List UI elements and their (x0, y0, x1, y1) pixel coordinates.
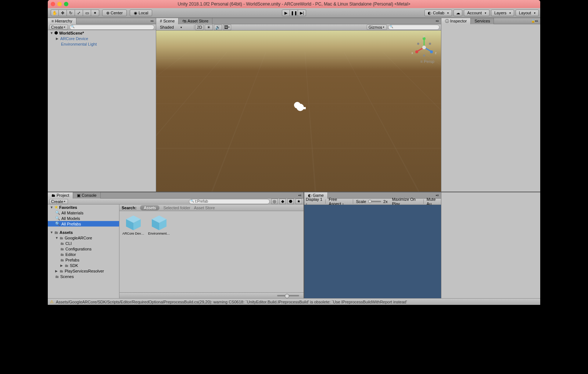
rect-tool-button[interactable]: ▭ (83, 10, 91, 16)
hierarchy-item-environmental-light[interactable]: Environmental Light (48, 41, 156, 47)
project-create-dropdown[interactable]: Create (49, 199, 68, 204)
draw-mode-dropdown[interactable]: Shaded ▾ (158, 25, 193, 30)
folder-googlearcore[interactable]: ▼🖿GoogleARCore (48, 235, 119, 241)
scene-view[interactable]: x y z ≡ Persp (156, 31, 441, 192)
star-icon: ★ (54, 205, 58, 210)
close-icon[interactable] (51, 2, 55, 6)
toolbar-right-group: ◐Collab ☁ Account Layers Layout (424, 10, 539, 16)
filter-selected-folder[interactable]: Selected folder (163, 206, 190, 210)
console-tab[interactable]: ▣Console (73, 192, 100, 199)
project-panel: 🖿Project ▣Console ▪≡ Create t:Prefab ◎ ◆… (48, 192, 304, 298)
project-footer (119, 292, 304, 298)
scene-root-item[interactable]: ▼⬢WorldScene* (48, 30, 156, 36)
folder-configurations[interactable]: 🖿Configurations (48, 246, 119, 252)
collab-dropdown[interactable]: ◐Collab (424, 10, 452, 16)
axis-x-label: x (412, 51, 413, 55)
audio-toggle-button[interactable]: 🔊 (214, 25, 222, 30)
rotate-tool-button[interactable]: ↻ (67, 10, 75, 16)
favorites-header[interactable]: ▼★Favorites (48, 204, 119, 210)
hierarchy-item-arcore-device[interactable]: ▶ARCore Device (48, 36, 156, 41)
hierarchy-search-input[interactable] (69, 25, 154, 30)
filter-by-type-button[interactable]: ◆ (279, 199, 286, 204)
collab-icon: ◐ (428, 11, 431, 15)
folder-prefabs[interactable]: 🖿Prefabs (48, 257, 119, 263)
project-search-input[interactable]: t:Prefab (189, 199, 270, 204)
inspector-panel: ⓘInspector Services 🔒▪≡ (441, 18, 540, 192)
maximize-icon[interactable] (64, 2, 68, 6)
game-view[interactable] (304, 205, 441, 298)
status-bar[interactable]: ⚠ Assets/GoogleARCore/SDK/Scripts/Editor… (48, 298, 540, 305)
orientation-gizmo[interactable] (414, 37, 434, 58)
layers-dropdown[interactable]: Layers (491, 10, 514, 16)
transform-tool-button[interactable]: ✦ (91, 10, 99, 16)
folder-cli[interactable]: 🖿CLI (48, 241, 119, 246)
panel-menu-icon[interactable]: ▪≡ (148, 19, 156, 23)
panel-menu-icon[interactable]: ▪≡ (296, 193, 304, 197)
account-dropdown[interactable]: Account (464, 10, 490, 16)
project-asset-grid[interactable]: ARCore Device Environmenta... (119, 211, 304, 292)
scene-grid (156, 52, 441, 192)
folder-editor[interactable]: 🖿Editor (48, 252, 119, 257)
axis-y-label: y (423, 34, 425, 38)
filter-by-label-button[interactable]: ⬣ (287, 199, 294, 204)
favorite-all-models[interactable]: 🔍All Models (48, 216, 119, 221)
panel-menu-icon[interactable]: ▪≡ (434, 193, 441, 197)
minimize-icon[interactable] (57, 2, 62, 6)
favorite-all-prefabs[interactable]: 🔍All Prefabs (48, 221, 119, 227)
foldout-icon[interactable]: ▼ (50, 31, 53, 35)
svg-point-11 (417, 43, 419, 45)
pivot-rotation-button[interactable]: ◉Local (130, 10, 152, 16)
search-clear-button[interactable]: ◎ (271, 199, 278, 204)
panel-menu-icon[interactable]: 🔒▪≡ (529, 19, 540, 23)
pause-button[interactable]: ❚❚ (290, 10, 298, 16)
lighting-toggle-button[interactable]: ☀ (205, 25, 213, 30)
cloud-button[interactable]: ☁ (453, 10, 462, 16)
hierarchy-tree[interactable]: ▼⬢WorldScene* ▶ARCore Device Environment… (48, 30, 156, 192)
panel-menu-icon[interactable]: ▪≡ (434, 19, 441, 23)
window-title: Unity 2018.1.0f2 Personal (64bit) - Worl… (178, 1, 410, 7)
mode-2d-button[interactable]: 2D (196, 25, 204, 30)
folder-playservicesresolver[interactable]: ▶🖿PlayServicesResolver (48, 268, 119, 274)
asset-store-icon: 🛍 (182, 19, 186, 23)
hierarchy-create-dropdown[interactable]: Create (49, 25, 68, 30)
folder-icon: 🖿 (65, 263, 69, 268)
scale-tool-button[interactable]: ⤢ (75, 10, 83, 16)
folder-scenes[interactable]: 🖿Scenes (48, 274, 119, 279)
unity-window: Unity 2018.1.0f2 Personal (64bit) - Worl… (48, 0, 540, 305)
prefab-arcore-device[interactable]: ARCore Device (123, 215, 144, 235)
icon-size-slider[interactable] (277, 295, 299, 296)
layout-dropdown[interactable]: Layout (516, 10, 539, 16)
asset-store-tab[interactable]: 🛍Asset Store (179, 18, 212, 24)
assets-header[interactable]: ▼🖿Assets (48, 229, 119, 235)
gizmos-dropdown[interactable]: Gizmos (367, 25, 387, 30)
play-button[interactable]: ▶ (282, 10, 290, 16)
scene-tab[interactable]: #Scene (156, 18, 179, 24)
save-search-button[interactable]: ★ (295, 199, 302, 204)
hierarchy-tab[interactable]: ≡Hierarchy (48, 18, 76, 24)
projection-label[interactable]: ≡ Persp (420, 59, 434, 64)
step-button[interactable]: ▶| (298, 10, 306, 16)
favorite-all-materials[interactable]: 🔍All Materials (48, 210, 119, 216)
filter-assets-pill[interactable]: Assets (140, 205, 159, 210)
project-tree[interactable]: ▼★Favorites 🔍All Materials 🔍All Models 🔍… (48, 204, 119, 298)
pivot-mode-button[interactable]: ⊕Center (102, 10, 127, 16)
hand-tool-button[interactable]: ✋ (51, 10, 59, 16)
inspector-panel-bottom-extend (441, 192, 540, 298)
folder-sdk[interactable]: ▶🖿SDK (48, 263, 119, 268)
foldout-icon[interactable]: ▶ (56, 37, 59, 40)
scale-slider[interactable] (368, 201, 381, 202)
label-icon: ⬣ (289, 199, 293, 204)
project-tab[interactable]: 🖿Project (48, 192, 73, 199)
scene-search-input[interactable] (388, 25, 440, 30)
prefab-environmental-light[interactable]: Environmenta... (149, 215, 169, 235)
inspector-icon: ⓘ (445, 18, 449, 24)
filter-asset-store[interactable]: Asset Store (194, 206, 215, 210)
scale-value: 2x (383, 199, 388, 204)
inspector-tab[interactable]: ⓘInspector (441, 18, 471, 24)
picture-icon: 🖼 (224, 25, 228, 29)
services-tab[interactable]: Services (471, 18, 494, 24)
fx-toggle-button[interactable]: 🖼▾ (223, 25, 231, 30)
move-tool-button[interactable]: ✥ (59, 10, 67, 16)
unity-logo-icon: ⬢ (54, 31, 58, 35)
cloud-icon: ☁ (456, 11, 460, 15)
